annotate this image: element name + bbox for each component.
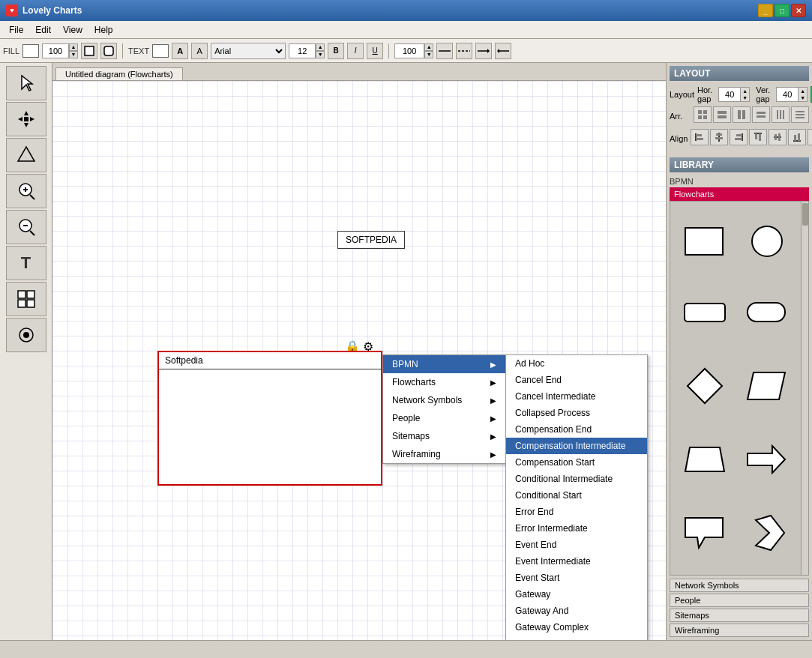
lib-shape-callout[interactable]	[676, 498, 733, 569]
font-size-up[interactable]: ▲	[316, 43, 325, 51]
ctx-menu-network[interactable]: Network Symbols ▶	[383, 391, 505, 409]
text-style-btn1[interactable]: A	[172, 43, 188, 59]
connect-tool-btn[interactable]	[6, 318, 46, 352]
maximize-button[interactable]: □	[775, 4, 790, 17]
lib-shape-chevron[interactable]	[739, 498, 795, 569]
lib-shape-rect[interactable]	[676, 208, 733, 274]
align-left-btn[interactable]	[691, 129, 709, 145]
ctx-menu-bpmn[interactable]: BPMN ▶	[383, 355, 505, 373]
canvas-tab[interactable]: Untitled diagram (Flowcharts)	[55, 67, 183, 80]
bold-button[interactable]: B	[328, 43, 344, 59]
arr-btn-3[interactable]	[733, 106, 751, 123]
submenu-error-intermediate[interactable]: Error Intermediate	[506, 520, 647, 537]
underline-button[interactable]: U	[367, 43, 383, 59]
submenu-conditional-intermediate[interactable]: Conditional Intermediate	[506, 471, 647, 487]
ctx-menu-sitemaps[interactable]: Sitemaps ▶	[383, 427, 505, 445]
lib-tab-sitemaps[interactable]: Sitemaps	[670, 609, 809, 622]
library-scrollbar[interactable]	[801, 202, 808, 575]
align-distribute-h-btn[interactable]	[808, 129, 812, 145]
align-middle-btn[interactable]	[769, 129, 787, 145]
ver-gap-down[interactable]: ▼	[798, 94, 807, 101]
zoom-out-btn[interactable]	[6, 210, 46, 244]
fill-opacity-down[interactable]: ▼	[69, 51, 78, 58]
lib-shape-arrow[interactable]	[739, 428, 795, 492]
add-element-btn[interactable]	[6, 282, 46, 316]
font-size-input[interactable]: 12	[289, 43, 316, 58]
align-right-btn[interactable]	[730, 129, 748, 145]
softpedia-label[interactable]: SOFTPEDIA	[337, 231, 405, 249]
lib-shape-circle[interactable]	[739, 208, 795, 274]
italic-button[interactable]: I	[347, 43, 364, 59]
text-tool-btn[interactable]: T	[6, 246, 46, 280]
align-center-btn[interactable]	[710, 129, 728, 145]
canvas-background[interactable]: SOFTPEDIA 🔒 ⚙ Softpedia BPMN ▶ Flo	[52, 81, 666, 640]
hor-gap-input[interactable]: 40	[719, 88, 740, 101]
fill-rounded-btn[interactable]	[100, 43, 117, 59]
text-color-picker[interactable]	[152, 44, 169, 58]
submenu-conditional-start[interactable]: Conditional Start	[506, 487, 647, 504]
lib-shape-diamond[interactable]	[676, 350, 733, 421]
close-button[interactable]: ✕	[791, 4, 806, 17]
fill-opacity-up[interactable]: ▲	[69, 43, 78, 51]
menu-file[interactable]: File	[3, 23, 29, 37]
lib-shape-rounded[interactable]	[676, 280, 733, 344]
submenu-compensation-intermediate[interactable]: Compensation Intermediate	[506, 438, 647, 454]
menu-help[interactable]: Help	[88, 23, 119, 37]
submenu-event-intermediate[interactable]: Event Intermediate	[506, 553, 647, 570]
fill-color-picker[interactable]	[22, 44, 39, 58]
submenu-gateway-complex[interactable]: Gateway Complex	[506, 619, 647, 636]
canvas-area[interactable]: Untitled diagram (Flowcharts) SOFTPEDIA …	[52, 63, 666, 640]
line-end-btn[interactable]	[495, 43, 511, 59]
ver-gap-up[interactable]: ▲	[798, 88, 807, 94]
fill-square-btn[interactable]	[81, 43, 97, 59]
text-style-btn2[interactable]: A	[191, 43, 208, 59]
submenu-compensation-end[interactable]: Compensation End	[506, 421, 647, 438]
lib-tab-network[interactable]: Network Symbols	[670, 579, 809, 592]
submenu-cancel-end[interactable]: Cancel End	[506, 372, 647, 388]
hor-gap-down[interactable]: ▼	[740, 94, 749, 101]
submenu-cancel-intermediate[interactable]: Cancel Intermediate	[506, 388, 647, 405]
submenu-event-end[interactable]: Event End	[506, 537, 647, 553]
diagram-box[interactable]: Softpedia	[157, 351, 382, 486]
submenu-gateway[interactable]: Gateway	[506, 586, 647, 603]
arr-btn-6[interactable]	[791, 106, 809, 123]
submenu-error-end[interactable]: Error End	[506, 504, 647, 520]
ctx-menu-flowcharts[interactable]: Flowcharts ▶	[383, 373, 505, 391]
align-bottom-btn[interactable]	[788, 129, 806, 145]
submenu-gateway-and[interactable]: Gateway And	[506, 603, 647, 619]
arr-btn-4[interactable]	[752, 106, 770, 123]
arr-btn-1[interactable]	[694, 106, 712, 123]
arr-btn-5[interactable]	[772, 106, 790, 123]
submenu-ad-hoc[interactable]: Ad Hoc	[506, 355, 647, 372]
font-size-down[interactable]: ▼	[316, 51, 325, 58]
submenu-event-start[interactable]: Event Start	[506, 570, 647, 586]
line-start-btn[interactable]	[475, 43, 492, 59]
shape-tool-btn[interactable]	[6, 138, 46, 172]
zoom-up[interactable]: ▲	[424, 43, 433, 51]
submenu-collapsed-process[interactable]: Collapsed Process	[506, 405, 647, 421]
ctx-menu-wireframing[interactable]: Wireframing ▶	[383, 445, 505, 463]
flowcharts-library-item[interactable]: Flowcharts	[670, 187, 809, 201]
move-tool-btn[interactable]	[6, 102, 46, 136]
lib-shape-stadium[interactable]	[739, 280, 795, 344]
zoom-in-btn[interactable]	[6, 174, 46, 208]
fill-opacity-input[interactable]: 100	[42, 43, 69, 58]
align-top-btn[interactable]	[749, 129, 767, 145]
lib-tab-people[interactable]: People	[670, 594, 809, 607]
minimize-button[interactable]: _	[758, 4, 773, 17]
line-style-btn2[interactable]	[456, 43, 472, 59]
submenu-gateway-or[interactable]: Gateway O R	[506, 636, 647, 640]
arr-btn-2[interactable]	[713, 106, 731, 123]
hor-gap-up[interactable]: ▲	[740, 88, 749, 94]
ver-gap-input[interactable]: 40	[777, 88, 798, 101]
font-select[interactable]: Arial	[211, 43, 286, 59]
line-style-btn1[interactable]	[436, 43, 453, 59]
select-tool-btn[interactable]	[6, 66, 46, 100]
lib-tab-wireframing[interactable]: Wireframing	[670, 624, 809, 637]
menu-view[interactable]: View	[57, 23, 88, 37]
menu-edit[interactable]: Edit	[29, 23, 57, 37]
zoom-input[interactable]: 100	[394, 43, 424, 58]
submenu-compensation-start[interactable]: Compensation Start	[506, 454, 647, 471]
ctx-menu-people[interactable]: People ▶	[383, 409, 505, 427]
lib-shape-trapezoid[interactable]	[676, 428, 733, 492]
